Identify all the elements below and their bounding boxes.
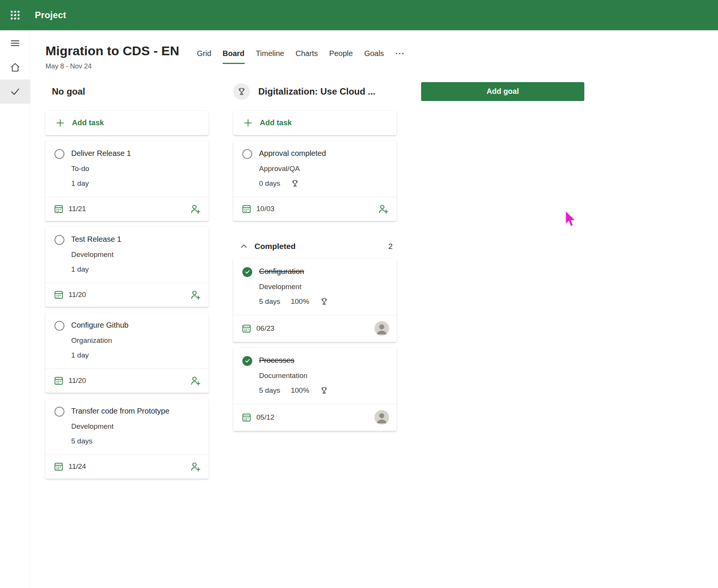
- task-duration: 1 day: [71, 179, 89, 188]
- task-due-date: 05/12: [256, 413, 275, 422]
- hamburger-menu-button[interactable]: [0, 31, 30, 55]
- home-icon: [9, 62, 21, 73]
- calendar-icon: [242, 204, 251, 214]
- goal-trophy-badge: [233, 83, 250, 100]
- task-bucket: Organization: [71, 336, 128, 345]
- calendar-icon: [54, 376, 64, 386]
- add-task-label: Add task: [260, 118, 292, 127]
- add-task-button[interactable]: Add task: [233, 111, 396, 135]
- task-bucket: Documentation: [259, 372, 328, 380]
- task-title: Transfer code from Prototype: [71, 406, 169, 416]
- task-card[interactable]: Deliver Release 1 To-do 1 day: [45, 141, 209, 221]
- completed-section: Completed 2: [233, 238, 396, 431]
- task-title: Configuration: [259, 266, 328, 276]
- plus-icon: [55, 118, 65, 128]
- column-title-goal: Digitalization: Use Cloud ...: [258, 86, 375, 97]
- task-duration: 0 days: [259, 179, 280, 188]
- task-due-date: 11/20: [69, 291, 86, 299]
- task-complete-radio[interactable]: [242, 149, 252, 159]
- board-view: No goal Add task: [45, 82, 718, 479]
- task-complete-radio[interactable]: [55, 149, 64, 159]
- assign-person-button[interactable]: [190, 289, 201, 300]
- project-app: Project Mi: [0, 0, 718, 588]
- person-add-icon: [190, 289, 201, 300]
- rail-item-home[interactable]: [0, 55, 30, 79]
- assignee-avatar[interactable]: [375, 321, 389, 336]
- task-title: Configure Github: [71, 320, 128, 330]
- person-add-icon: [378, 203, 389, 215]
- task-title: Deliver Release 1: [71, 148, 131, 158]
- task-title: Approval completed: [259, 148, 326, 158]
- task-bucket: Approval/QA: [259, 165, 326, 173]
- assign-person-button[interactable]: [190, 461, 201, 472]
- board-column-add-goal: Add goal: [421, 82, 584, 479]
- app-title: Project: [35, 10, 66, 20]
- task-bucket: Development: [71, 250, 121, 259]
- task-duration: 1 day: [71, 265, 89, 274]
- tab-people[interactable]: People: [329, 49, 353, 64]
- tab-goals[interactable]: Goals: [364, 49, 384, 64]
- task-percent-complete: 100%: [291, 386, 309, 395]
- completed-label: Completed: [254, 242, 296, 251]
- app-launcher-waffle-icon[interactable]: [6, 6, 24, 24]
- person-avatar-image: [375, 410, 389, 425]
- page-title: Migration to CDS - EN: [45, 43, 197, 59]
- tab-charts[interactable]: Charts: [295, 49, 318, 64]
- task-duration: 5 days: [71, 437, 92, 445]
- tab-timeline[interactable]: Timeline: [256, 49, 284, 64]
- assignee-avatar[interactable]: [375, 410, 389, 425]
- task-card[interactable]: Transfer code from Prototype Development…: [45, 398, 209, 479]
- task-card[interactable]: Configure Github Organization 1 day: [45, 313, 209, 393]
- assign-person-button[interactable]: [190, 203, 201, 215]
- trophy-icon: [320, 297, 328, 306]
- task-bucket: Development: [259, 283, 328, 291]
- task-complete-radio[interactable]: [55, 235, 64, 245]
- plus-icon: [243, 118, 253, 128]
- project-date-range: May 8 - Nov 24: [45, 62, 197, 70]
- trophy-icon: [320, 386, 328, 395]
- main-content: Migration to CDS - EN May 8 - Nov 24 Gri…: [30, 30, 718, 588]
- completed-count: 2: [388, 242, 393, 251]
- task-completed-check[interactable]: [242, 356, 252, 366]
- board-column-no-goal: No goal Add task: [45, 82, 209, 479]
- task-card[interactable]: Test Release 1 Development 1 day: [45, 227, 209, 307]
- app-header: Project: [0, 0, 718, 30]
- task-card-completed[interactable]: Configuration Development 5 days 100%: [233, 259, 396, 342]
- more-tabs-button[interactable]: ···: [395, 49, 405, 64]
- completed-section-toggle[interactable]: Completed 2: [233, 238, 396, 255]
- calendar-icon: [54, 204, 64, 214]
- assign-person-button[interactable]: [190, 375, 201, 386]
- tab-board[interactable]: Board: [223, 49, 245, 64]
- person-avatar-image: [375, 321, 389, 336]
- checkmark-icon: [9, 86, 21, 97]
- trophy-icon: [237, 87, 246, 96]
- check-icon: [245, 269, 250, 275]
- calendar-icon: [54, 290, 64, 300]
- person-add-icon: [190, 461, 201, 472]
- add-task-button[interactable]: Add task: [45, 111, 209, 135]
- task-due-date: 10/03: [256, 205, 275, 213]
- assign-person-button[interactable]: [378, 203, 389, 215]
- task-due-date: 11/20: [69, 376, 86, 385]
- view-tabs: Grid Board Timeline Charts People Goals …: [197, 49, 405, 64]
- task-due-date: 06/23: [256, 324, 275, 333]
- task-complete-radio[interactable]: [55, 407, 64, 417]
- task-card[interactable]: Approval completed Approval/QA 0 days: [233, 141, 396, 221]
- hamburger-icon: [9, 37, 21, 49]
- task-title: Processes: [259, 355, 328, 365]
- person-add-icon: [190, 203, 201, 215]
- task-complete-radio[interactable]: [55, 321, 64, 331]
- add-goal-button[interactable]: Add goal: [421, 82, 584, 101]
- board-column-goal: Digitalization: Use Cloud ... Add task: [233, 82, 396, 479]
- task-duration: 5 days: [259, 386, 280, 395]
- tab-grid[interactable]: Grid: [197, 49, 211, 64]
- rail-item-tasks[interactable]: [0, 79, 30, 104]
- task-bucket: Development: [71, 422, 169, 431]
- task-due-date: 11/21: [69, 205, 86, 213]
- task-card-completed[interactable]: Processes Documentation 5 days 100%: [233, 348, 396, 431]
- left-nav-rail: [0, 30, 30, 588]
- calendar-icon: [54, 462, 64, 471]
- task-bucket: To-do: [71, 165, 131, 173]
- task-duration: 5 days: [259, 297, 280, 306]
- task-completed-check[interactable]: [242, 267, 252, 277]
